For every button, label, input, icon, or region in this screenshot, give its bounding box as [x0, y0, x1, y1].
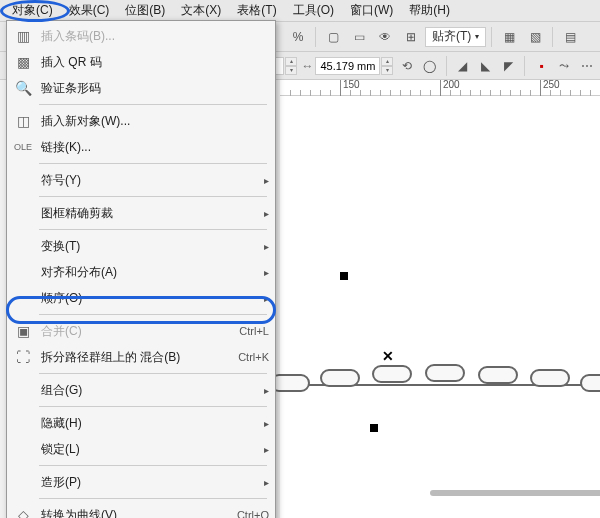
prop-more-icon[interactable]: ⋯ [577, 55, 596, 77]
spacing-icon: ↔ [301, 59, 313, 73]
selection-handle[interactable] [340, 272, 348, 280]
ole-new-icon: ◫ [11, 111, 35, 131]
toolbar-window-icon[interactable]: ▢ [321, 25, 345, 49]
submenu-arrow-icon: ▸ [256, 385, 269, 396]
chain-link [478, 366, 518, 384]
menu-lock[interactable]: 锁定(L) ▸ [7, 436, 275, 462]
prop-path-icon[interactable]: ⤳ [555, 55, 574, 77]
menu-powerclip[interactable]: 图框精确剪裁 ▸ [7, 200, 275, 226]
menubar: 对象(C) 效果(C) 位图(B) 文本(X) 表格(T) 工具(O) 窗口(W… [0, 0, 600, 22]
prop-accel3-icon[interactable]: ◤ [499, 55, 518, 77]
submenu-arrow-icon: ▸ [256, 241, 269, 252]
prop-accel1-icon[interactable]: ◢ [453, 55, 472, 77]
chain-link [270, 374, 310, 392]
submenu-arrow-icon: ▸ [256, 444, 269, 455]
break-apart-icon: ⛶ [11, 347, 35, 367]
toolbar-page-icon[interactable]: ▭ [347, 25, 371, 49]
curves-icon: ◇ [11, 505, 35, 518]
submenu-arrow-icon: ▸ [256, 293, 269, 304]
menu-bitmap[interactable]: 位图(B) [117, 0, 173, 21]
menu-text[interactable]: 文本(X) [173, 0, 229, 21]
menu-effects[interactable]: 效果(C) [61, 0, 118, 21]
menu-group[interactable]: 组合(G) ▸ [7, 377, 275, 403]
chain-link [425, 364, 465, 382]
menu-insert-new-object[interactable]: ◫ 插入新对象(W)... [7, 108, 275, 134]
guide-line [430, 490, 600, 496]
menu-help[interactable]: 帮助(H) [401, 0, 458, 21]
menu-align-distribute[interactable]: 对齐和分布(A) ▸ [7, 259, 275, 285]
toolbar-grid-icon[interactable]: ⊞ [399, 25, 423, 49]
combine-icon: ▣ [11, 321, 35, 341]
menu-tools[interactable]: 工具(O) [285, 0, 342, 21]
menu-object[interactable]: 对象(C) [4, 0, 61, 21]
menu-window[interactable]: 窗口(W) [342, 0, 401, 21]
object-menu: ▥ 插入条码(B)... ▩ 插入 QR 码 🔍 验证条形码 ◫ 插入新对象(W… [6, 20, 276, 518]
ruler-horizontal: 150 200 250 [280, 80, 600, 96]
menu-verify-barcode[interactable]: 🔍 验证条形码 [7, 75, 275, 101]
menu-symbol[interactable]: 符号(Y) ▸ [7, 167, 275, 193]
ole-link-icon: OLE [11, 137, 35, 157]
menu-order[interactable]: 顺序(O) ▸ [7, 285, 275, 311]
chain-link [580, 374, 600, 392]
menu-insert-barcode: ▥ 插入条码(B)... [7, 23, 275, 49]
prop-spacing: ↔ ▴▾ [301, 57, 393, 75]
toolbar-launch-icon[interactable]: ▤ [558, 25, 582, 49]
prop-input-spacing[interactable] [315, 57, 380, 75]
menu-hide[interactable]: 隐藏(H) ▸ [7, 410, 275, 436]
submenu-arrow-icon: ▸ [256, 477, 269, 488]
menu-table[interactable]: 表格(T) [229, 0, 284, 21]
menu-combine: ▣ 合并(C) Ctrl+L [7, 318, 275, 344]
prop-accel2-icon[interactable]: ◣ [476, 55, 495, 77]
toolbar-percent-icon[interactable]: % [286, 25, 310, 49]
submenu-arrow-icon: ▸ [256, 175, 269, 186]
chain-link [530, 369, 570, 387]
menu-convert-curves[interactable]: ◇ 转换为曲线(V) Ctrl+Q [7, 502, 275, 518]
prop-direction-icon[interactable]: ⟲ [397, 55, 416, 77]
prop-loop-icon[interactable]: ◯ [420, 55, 439, 77]
menu-insert-qr[interactable]: ▩ 插入 QR 码 [7, 49, 275, 75]
stepper-spacing[interactable]: ▴▾ [381, 57, 393, 75]
toolbar-misc2-icon[interactable]: ▧ [523, 25, 547, 49]
canvas[interactable]: ✕ [280, 80, 600, 518]
selection-center-icon: ✕ [382, 348, 394, 364]
submenu-arrow-icon: ▸ [256, 418, 269, 429]
menu-link[interactable]: OLE 链接(K)... [7, 134, 275, 160]
menu-shaping[interactable]: 造形(P) ▸ [7, 469, 275, 495]
chain-link [320, 369, 360, 387]
prop-color-icon[interactable]: ▪ [532, 55, 551, 77]
menu-break-apart[interactable]: ⛶ 拆分路径群组上的 混合(B) Ctrl+K [7, 344, 275, 370]
submenu-arrow-icon: ▸ [256, 267, 269, 278]
toolbar-eye-icon[interactable]: 👁 [373, 25, 397, 49]
stepper-steps[interactable]: ▴▾ [285, 57, 297, 75]
barcode-icon: ▥ [11, 26, 35, 46]
toolbar-misc1-icon[interactable]: ▦ [497, 25, 521, 49]
menu-transform[interactable]: 变换(T) ▸ [7, 233, 275, 259]
selection-handle[interactable] [370, 424, 378, 432]
qr-icon: ▩ [11, 52, 35, 72]
toolbar-snap-dropdown[interactable]: 贴齐(T) ▾ [425, 27, 486, 47]
magnify-icon: 🔍 [11, 78, 35, 98]
chain-link [372, 365, 412, 383]
snap-label: 贴齐(T) [432, 28, 471, 45]
submenu-arrow-icon: ▸ [256, 208, 269, 219]
